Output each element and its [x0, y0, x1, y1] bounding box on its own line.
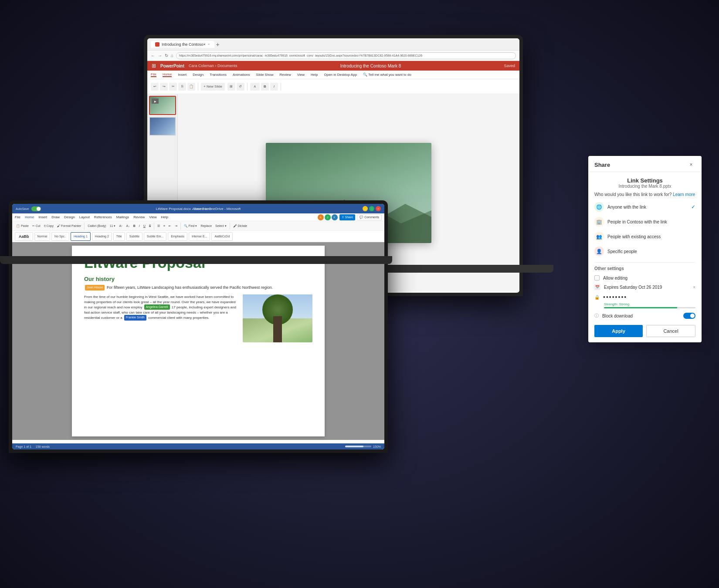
reset-btn[interactable]: ↺: [237, 83, 244, 91]
zoom-slider[interactable]: [345, 446, 371, 447]
replace-btn[interactable]: Replace: [199, 223, 213, 230]
menu-open-desktop[interactable]: Open in Desktop App: [324, 73, 357, 77]
bold-btn[interactable]: B: [261, 83, 269, 91]
select-btn[interactable]: Select ▾: [214, 223, 227, 230]
menu-home[interactable]: Home: [163, 72, 172, 77]
home-button[interactable]: ⌂: [171, 53, 173, 58]
numbering-btn[interactable]: ≡: [162, 223, 166, 230]
dictate-btn[interactable]: 🎤 Dictate: [232, 223, 249, 230]
cancel-button[interactable]: Cancel: [646, 325, 695, 337]
word-menu-file[interactable]: File: [15, 215, 20, 219]
font-size-btn[interactable]: 11 ▾: [109, 223, 117, 230]
redo-btn[interactable]: ↪: [160, 83, 168, 91]
italic-btn[interactable]: I: [138, 223, 141, 230]
new-slide-btn[interactable]: + New Slide: [201, 83, 225, 91]
font-name-btn[interactable]: Calibri (Body): [86, 223, 107, 230]
copy-btn[interactable]: ⎘ Copy: [43, 223, 55, 230]
font-size-btn[interactable]: A: [250, 83, 260, 91]
block-download-row: ⓘ Block download: [594, 311, 695, 321]
browser-tab[interactable]: Introducing the Contoso× ×: [151, 41, 214, 48]
word-comments-button[interactable]: 💬 Comments: [357, 214, 382, 220]
minimize-button[interactable]: —: [363, 206, 368, 211]
word-menu-references[interactable]: References: [94, 215, 112, 219]
style-title[interactable]: Title: [113, 232, 125, 241]
word-menu-home[interactable]: Home: [25, 215, 34, 219]
style-subtitle[interactable]: Subtitle: [126, 232, 142, 241]
cut-btn[interactable]: ✂: [169, 83, 177, 91]
autosave-toggle[interactable]: [31, 206, 41, 211]
shrink-font-btn[interactable]: A↓: [125, 223, 131, 230]
slide-thumb-1[interactable]: ▶: [149, 96, 176, 115]
option-contoso-label: People in Contoso with the link: [607, 220, 695, 224]
menu-design[interactable]: Design: [193, 73, 203, 77]
option-contoso[interactable]: 🏢 People in Contoso with the link: [594, 214, 695, 229]
word-menu-review[interactable]: Review: [133, 215, 145, 219]
word-menu-mailings[interactable]: Mailings: [116, 215, 129, 219]
word-menu-bar: File Home Insert Draw Design Layout Refe…: [12, 213, 384, 221]
address-bar[interactable]: https://m365edu479916-my.sharepoint.com/…: [176, 52, 516, 59]
learn-more-link[interactable]: Learn more: [673, 192, 695, 197]
slide-thumb-2[interactable]: [149, 117, 176, 136]
password-field[interactable]: ••••••••: [603, 294, 695, 301]
refresh-button[interactable]: ↻: [165, 53, 168, 58]
find-btn[interactable]: 🔍 Find ▾: [183, 223, 199, 230]
word-menu-help[interactable]: Help: [161, 215, 168, 219]
word-share-button[interactable]: ⇧ Share: [339, 214, 356, 220]
menu-view[interactable]: View: [297, 73, 305, 77]
copy-btn[interactable]: ⎘: [178, 83, 186, 91]
paste-btn[interactable]: 📋: [187, 83, 195, 91]
expires-clear-btn[interactable]: ×: [693, 285, 695, 290]
style-intense-e[interactable]: Intense E...: [189, 232, 210, 241]
word-menu-layout[interactable]: Layout: [79, 215, 90, 219]
menu-animations[interactable]: Animations: [233, 73, 250, 77]
style-no-spacing[interactable]: No Spc..: [51, 232, 69, 241]
browser-new-tab[interactable]: +: [216, 41, 220, 48]
allow-editing-checkbox[interactable]: [594, 275, 600, 280]
grow-font-btn[interactable]: A↑: [118, 223, 124, 230]
style-aabbccdd[interactable]: AaBbCcDd: [211, 232, 233, 241]
menu-tell-me[interactable]: 🔍 Tell me what you want to do: [363, 73, 411, 77]
maximize-button[interactable]: □: [369, 206, 374, 211]
block-download-toggle[interactable]: [683, 313, 695, 319]
option-existing[interactable]: 👥 People with existing access: [594, 229, 695, 244]
menu-review[interactable]: Review: [280, 73, 291, 77]
option-anyone[interactable]: 🌐 Anyone with the link ✓: [594, 199, 695, 214]
office-waffle-icon[interactable]: ⊞: [152, 63, 156, 69]
style-emphasis[interactable]: Emphasis: [168, 232, 187, 241]
doc-heading: Our history: [84, 276, 312, 282]
word-page: LitWare Proposal Our history Joan House …: [72, 246, 325, 436]
option-specific[interactable]: 👤 Specific people: [594, 244, 695, 259]
menu-help[interactable]: Help: [311, 73, 318, 77]
doc-text-column: From the time of our humble beginning in…: [84, 294, 237, 342]
style-heading1[interactable]: Heading 1: [71, 232, 91, 241]
bullets-btn[interactable]: ☰: [156, 223, 161, 230]
cut-btn[interactable]: ✂ Cut: [31, 223, 42, 230]
undo-btn[interactable]: ↩: [151, 83, 159, 91]
forward-button[interactable]: →: [158, 53, 162, 58]
paste-btn[interactable]: 📋 Paste: [15, 223, 30, 230]
menu-transitions[interactable]: Transitions: [210, 73, 227, 77]
word-menu-design[interactable]: Design: [64, 215, 75, 219]
layout-btn[interactable]: ⊞: [227, 83, 235, 91]
menu-file[interactable]: File: [151, 72, 156, 77]
word-menu-insert[interactable]: Insert: [38, 215, 47, 219]
format-painter-btn[interactable]: 🖌 Format Painter: [56, 223, 82, 230]
style-normal[interactable]: Normal: [34, 232, 51, 241]
share-close-button[interactable]: ×: [687, 160, 695, 169]
browser-tab-close[interactable]: ×: [208, 42, 210, 46]
bold-btn[interactable]: B: [132, 223, 137, 230]
style-heading2[interactable]: Heading 2: [92, 232, 112, 241]
back-button[interactable]: ←: [151, 53, 155, 58]
underline-btn[interactable]: U: [142, 223, 147, 230]
menu-slideshow[interactable]: Slide Show: [256, 73, 274, 77]
apply-button[interactable]: Apply: [594, 325, 643, 337]
italic-btn[interactable]: I: [270, 83, 278, 91]
indent-inc-btn[interactable]: ⇥: [173, 223, 179, 230]
indent-dec-btn[interactable]: ⇤: [167, 223, 173, 230]
close-button[interactable]: ×: [376, 206, 381, 211]
strikethrough-btn[interactable]: S̶: [148, 223, 152, 230]
word-menu-view[interactable]: View: [149, 215, 156, 219]
word-menu-draw[interactable]: Draw: [51, 215, 60, 219]
style-subtle-em[interactable]: Subtle Em...: [144, 232, 166, 241]
menu-insert[interactable]: Insert: [178, 73, 187, 77]
